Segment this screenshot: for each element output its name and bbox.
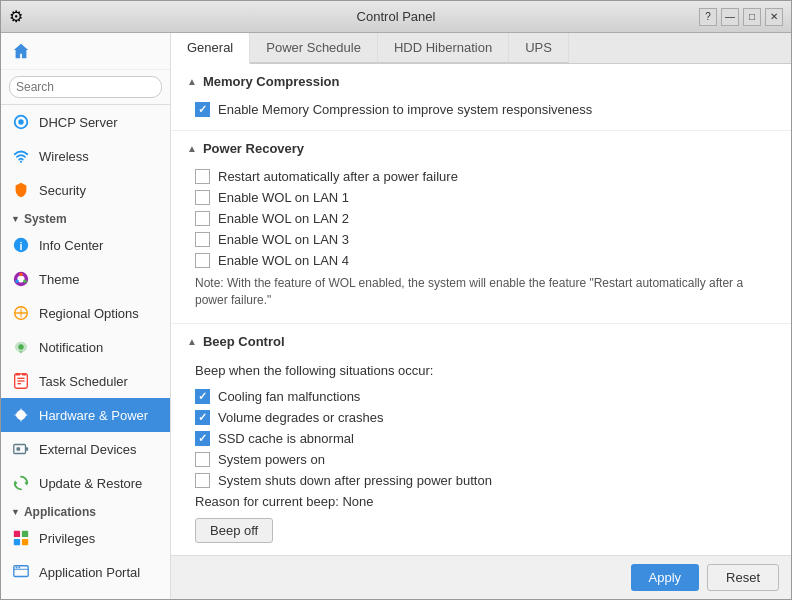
svg-point-13 [18, 344, 23, 349]
security-label: Security [39, 183, 86, 198]
security-icon [11, 180, 31, 200]
svg-rect-26 [14, 531, 20, 537]
wol-lan1-label[interactable]: Enable WOL on LAN 1 [218, 190, 349, 205]
svg-rect-18 [16, 373, 21, 376]
ssd-cache-checkbox[interactable] [195, 431, 210, 446]
memory-compression-section: ▲ Memory Compression Enable Memory Compr… [171, 64, 791, 131]
control-panel-window: ⚙ Control Panel ? — □ ✕ [0, 0, 792, 600]
content-area: DHCP Server Wireless [1, 33, 791, 599]
svg-point-20 [17, 411, 26, 420]
sidebar-item-privileges[interactable]: Privileges [1, 521, 170, 555]
chevron-down-icon2: ▼ [11, 507, 20, 517]
beep-when-label: Beep when the following situations occur… [187, 359, 775, 386]
svg-marker-25 [15, 480, 18, 485]
sidebar-item-dhcp[interactable]: DHCP Server [1, 105, 170, 139]
sidebar-item-info[interactable]: i Info Center [1, 228, 170, 262]
update-label: Update & Restore [39, 476, 142, 491]
power-recovery-section: ▲ Power Recovery Restart automatically a… [171, 131, 791, 324]
system-shuts-down-row: System shuts down after pressing power b… [187, 470, 775, 491]
external-label: External Devices [39, 442, 137, 457]
system-shuts-down-checkbox[interactable] [195, 473, 210, 488]
sidebar-item-task[interactable]: Task Scheduler [1, 364, 170, 398]
tab-ups[interactable]: UPS [509, 33, 569, 63]
privileges-icon [11, 528, 31, 548]
beep-control-header[interactable]: ▲ Beep Control [187, 334, 775, 349]
maximize-button[interactable]: □ [743, 8, 761, 26]
system-powers-on-label[interactable]: System powers on [218, 452, 325, 467]
svg-rect-29 [22, 539, 28, 545]
wol-lan1-row: Enable WOL on LAN 1 [187, 187, 775, 208]
tab-general[interactable]: General [171, 33, 250, 64]
title-bar-left: ⚙ [9, 7, 23, 26]
sidebar-item-hw[interactable]: Hardware & Power [1, 398, 170, 432]
volume-degrades-checkbox[interactable] [195, 410, 210, 425]
beep-control-section: ▲ Beep Control Beep when the following s… [171, 324, 791, 555]
regional-label: Regional Options [39, 306, 139, 321]
system-section[interactable]: ▼ System [1, 207, 170, 228]
sidebar-item-notification[interactable]: Notification [1, 330, 170, 364]
apply-button[interactable]: Apply [631, 564, 700, 591]
system-shuts-down-label[interactable]: System shuts down after pressing power b… [218, 473, 492, 488]
wol-lan1-checkbox[interactable] [195, 190, 210, 205]
search-input[interactable] [9, 76, 162, 98]
close-button[interactable]: ✕ [765, 8, 783, 26]
portal-icon [11, 562, 31, 582]
cooling-fan-label[interactable]: Cooling fan malfunctions [218, 389, 360, 404]
minimize-button[interactable]: — [721, 8, 739, 26]
sidebar-item-external[interactable]: External Devices [1, 432, 170, 466]
enable-mem-compress-checkbox[interactable] [195, 102, 210, 117]
sidebar-item-update[interactable]: Update & Restore [1, 466, 170, 500]
reset-button[interactable]: Reset [707, 564, 779, 591]
volume-degrades-label[interactable]: Volume degrades or crashes [218, 410, 383, 425]
sidebar-item-security[interactable]: Security [1, 173, 170, 207]
svg-marker-24 [25, 480, 28, 485]
beep-off-button[interactable]: Beep off [195, 518, 273, 543]
theme-icon [11, 269, 31, 289]
wol-lan4-label[interactable]: Enable WOL on LAN 4 [218, 253, 349, 268]
svg-rect-23 [26, 447, 29, 451]
system-section-label: System [24, 212, 67, 226]
help-button[interactable]: ? [699, 8, 717, 26]
sidebar-item-portal[interactable]: Application Portal [1, 555, 170, 589]
hw-label: Hardware & Power [39, 408, 148, 423]
footer: Apply Reset [171, 555, 791, 599]
power-recovery-header[interactable]: ▲ Power Recovery [187, 141, 775, 156]
wireless-label: Wireless [39, 149, 89, 164]
restart-power-label[interactable]: Restart automatically after a power fail… [218, 169, 458, 184]
svg-point-8 [23, 279, 27, 283]
volume-degrades-row: Volume degrades or crashes [187, 407, 775, 428]
restart-power-checkbox[interactable] [195, 169, 210, 184]
wol-lan4-checkbox[interactable] [195, 253, 210, 268]
info-icon: i [11, 235, 31, 255]
cooling-fan-row: Cooling fan malfunctions [187, 386, 775, 407]
memory-compression-title: Memory Compression [203, 74, 340, 89]
wol-lan3-checkbox[interactable] [195, 232, 210, 247]
app-icon: ⚙ [9, 7, 23, 26]
wireless-icon [11, 146, 31, 166]
wol-lan2-checkbox[interactable] [195, 211, 210, 226]
sidebar-item-theme[interactable]: Theme [1, 262, 170, 296]
update-icon [11, 473, 31, 493]
sidebar-item-home[interactable] [1, 33, 170, 70]
wol-lan2-label[interactable]: Enable WOL on LAN 2 [218, 211, 349, 226]
sidebar-item-regional[interactable]: Regional Options [1, 296, 170, 330]
dhcp-label: DHCP Server [39, 115, 118, 130]
system-powers-on-row: System powers on [187, 449, 775, 470]
wol-lan3-label[interactable]: Enable WOL on LAN 3 [218, 232, 349, 247]
memory-compression-header[interactable]: ▲ Memory Compression [187, 74, 775, 89]
portal-label: Application Portal [39, 565, 140, 580]
privileges-label: Privileges [39, 531, 95, 546]
notification-label: Notification [39, 340, 103, 355]
applications-section-label: Applications [24, 505, 96, 519]
system-powers-on-checkbox[interactable] [195, 452, 210, 467]
tab-hdd-hibernation[interactable]: HDD Hibernation [378, 33, 509, 63]
tab-power-schedule[interactable]: Power Schedule [250, 33, 378, 63]
applications-section[interactable]: ▼ Applications [1, 500, 170, 521]
svg-rect-22 [17, 447, 21, 451]
sidebar-item-wireless[interactable]: Wireless [1, 139, 170, 173]
cooling-fan-checkbox[interactable] [195, 389, 210, 404]
restart-power-row: Restart automatically after a power fail… [187, 166, 775, 187]
wol-lan4-row: Enable WOL on LAN 4 [187, 250, 775, 271]
ssd-cache-label[interactable]: SSD cache is abnormal [218, 431, 354, 446]
enable-mem-compress-label[interactable]: Enable Memory Compression to improve sys… [218, 102, 592, 117]
